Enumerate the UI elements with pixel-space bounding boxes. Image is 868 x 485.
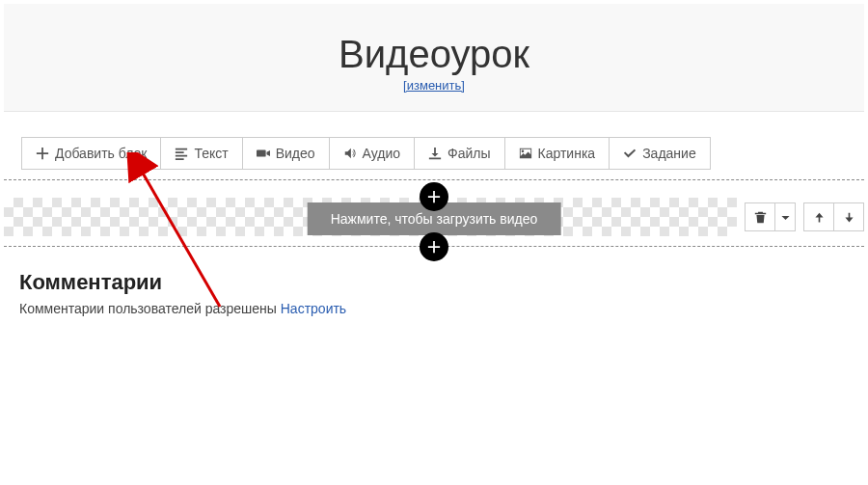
- insert-before-button[interactable]: [420, 182, 448, 211]
- volume-icon: [343, 147, 357, 160]
- plus-icon: [36, 147, 49, 160]
- download-icon: [428, 147, 442, 160]
- task-button[interactable]: Задание: [609, 137, 711, 170]
- comments-heading: Комментарии: [19, 270, 868, 295]
- header-band: Видеоурок изменить: [4, 4, 864, 112]
- delete-button[interactable]: [745, 202, 775, 231]
- block-controls: [745, 202, 864, 231]
- check-icon: [623, 147, 637, 160]
- delete-group: [745, 202, 796, 231]
- comments-status-line: Комментарии пользователей разрешены Наст…: [19, 301, 868, 316]
- change-link[interactable]: изменить: [403, 78, 465, 93]
- task-label: Задание: [642, 146, 696, 161]
- image-button[interactable]: Картинка: [504, 137, 610, 170]
- toolbar: Добавить блок Текст Видео Аудио Файлы Ка…: [21, 137, 868, 170]
- image-label: Картинка: [538, 146, 596, 161]
- files-button[interactable]: Файлы: [414, 137, 504, 170]
- text-button[interactable]: Текст: [160, 137, 242, 170]
- move-up-button[interactable]: [803, 202, 834, 231]
- move-down-button[interactable]: [833, 202, 864, 231]
- page-title: Видеоурок: [4, 33, 864, 76]
- image-icon: [519, 147, 532, 160]
- files-label: Файлы: [448, 146, 490, 161]
- video-button[interactable]: Видео: [242, 137, 330, 170]
- add-block-button[interactable]: Добавить блок: [21, 137, 161, 170]
- delete-dropdown[interactable]: [774, 202, 796, 231]
- comments-status-text: Комментарии пользователей разрешены: [19, 301, 281, 316]
- insert-after-button[interactable]: [420, 232, 448, 261]
- text-label: Текст: [194, 146, 228, 161]
- add-block-label: Добавить блок: [55, 146, 147, 161]
- video-camera-icon: [257, 147, 270, 160]
- comments-configure-link[interactable]: Настроить: [281, 301, 346, 316]
- audio-button[interactable]: Аудио: [329, 137, 416, 170]
- audio-label: Аудио: [363, 146, 401, 161]
- align-left-icon: [175, 147, 188, 160]
- comments-section: Комментарии Комментарии пользователей ра…: [19, 270, 868, 316]
- move-group: [803, 202, 864, 231]
- separator: [4, 179, 864, 180]
- video-label: Видео: [276, 146, 315, 161]
